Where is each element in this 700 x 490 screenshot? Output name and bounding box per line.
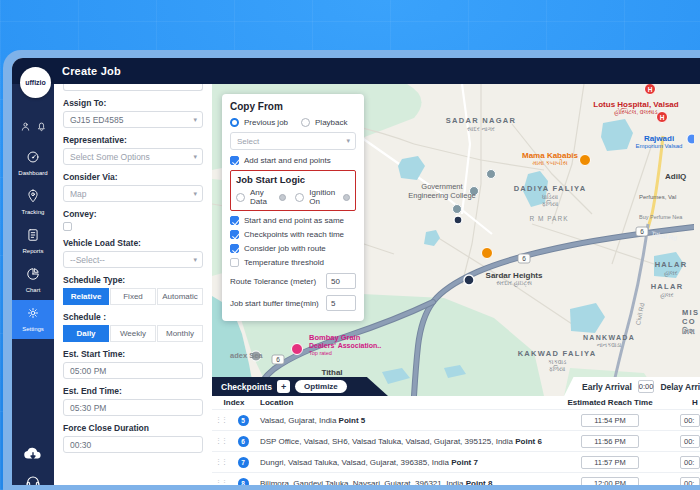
sidebar-item-chart[interactable]: Chart bbox=[12, 261, 54, 300]
table-row[interactable]: ⋮⋮ 6 DSP Office, Valsad, SH6, Valsad Tal… bbox=[212, 430, 700, 451]
chevron-down-icon: ▾ bbox=[193, 116, 197, 124]
vehicle-load-state-select[interactable]: --Select--▾ bbox=[63, 251, 203, 268]
est-end-time-label: Est. End Time: bbox=[63, 386, 203, 396]
drag-handle-icon[interactable]: ⋮⋮ bbox=[212, 416, 230, 424]
chevron-down-icon: ▾ bbox=[346, 137, 350, 145]
reach-time-input[interactable]: 11:54 PM bbox=[581, 414, 639, 427]
est-start-time-input[interactable]: 05:00 PM bbox=[63, 362, 203, 379]
route-tolerance-input[interactable]: 50 bbox=[326, 273, 356, 289]
gear-icon bbox=[26, 306, 40, 324]
checkpoints-title: Checkpoints bbox=[221, 382, 272, 392]
titlebar: Create Job bbox=[12, 58, 700, 84]
svg-text:6: 6 bbox=[276, 356, 280, 363]
sidebar: Dashboard Tracking Reports Chart bbox=[12, 84, 54, 485]
schedule-type-automatic[interactable]: Automatic bbox=[157, 288, 203, 305]
halt-header: H bbox=[656, 398, 700, 407]
checkpoints-reach-time-checkbox[interactable] bbox=[230, 230, 239, 239]
headset-icon[interactable] bbox=[25, 473, 41, 485]
buffer-time-label: Job start buffer time(min) bbox=[230, 299, 319, 308]
chevron-down-icon: ▾ bbox=[193, 153, 197, 161]
consider-via-select[interactable]: Map▾ bbox=[63, 185, 203, 202]
assign-to-select[interactable]: GJ15 ED4585▾ bbox=[63, 111, 203, 128]
table-row[interactable]: ⋮⋮ 8 Bilimora, Gandevi Taluka, Navsari, … bbox=[212, 472, 700, 485]
buffer-time-input[interactable]: 5 bbox=[326, 295, 356, 311]
halt-input[interactable]: 00: bbox=[680, 477, 700, 486]
arrival-bar: Early Arrival 0:00 Delay Arri bbox=[564, 377, 700, 396]
start-end-same-checkbox[interactable] bbox=[230, 216, 239, 225]
assign-to-label: Assign To: bbox=[63, 98, 203, 108]
copy-from-select[interactable]: Select▾ bbox=[230, 132, 356, 150]
playback-radio[interactable] bbox=[301, 118, 310, 127]
schedule-type-label: Schedule Type: bbox=[63, 275, 203, 285]
copy-from-panel: Copy From Previous job Playback Select▾ … bbox=[222, 94, 364, 321]
halt-input[interactable]: 00: bbox=[680, 456, 700, 469]
cloud-download-icon[interactable] bbox=[23, 446, 43, 465]
schedule-label: Schedule : bbox=[63, 312, 203, 322]
schedule-monthly[interactable]: Monthly bbox=[157, 325, 203, 342]
any-data-radio[interactable] bbox=[236, 193, 245, 202]
optimize-button[interactable]: Optimize bbox=[295, 380, 347, 393]
location-cell: Bilimora, Gandevi Taluka, Navsari, Gujar… bbox=[256, 479, 564, 486]
schedule-type-fixed[interactable]: Fixed bbox=[110, 288, 156, 305]
consider-job-route-checkbox[interactable] bbox=[230, 244, 239, 253]
schedule-daily[interactable]: Daily bbox=[63, 325, 109, 342]
svg-text:H: H bbox=[660, 114, 665, 121]
table-header: Index Location Estimated Reach Time H bbox=[212, 396, 700, 409]
user-icon[interactable] bbox=[20, 118, 31, 136]
uffizio-logo[interactable]: uffizio bbox=[20, 67, 51, 98]
window-frame: uffizio Create Job Dashboard bbox=[3, 50, 700, 490]
representative-select[interactable]: Select Some Options▾ bbox=[63, 148, 203, 165]
any-data-indicator-icon bbox=[279, 194, 286, 201]
table-row[interactable]: ⋮⋮ 5 Valsad, Gujarat, India Point 5 11:5… bbox=[212, 409, 700, 430]
index-badge: 5 bbox=[238, 415, 249, 426]
tracking-icon bbox=[26, 189, 40, 207]
vehicle-load-state-label: Vehicle Load State: bbox=[63, 238, 203, 248]
convey-checkbox[interactable] bbox=[63, 222, 72, 231]
sidebar-item-settings[interactable]: Settings bbox=[12, 300, 54, 339]
store-marker-icon bbox=[292, 344, 303, 355]
job-start-logic-title: Job Start Logic bbox=[236, 174, 350, 185]
sidebar-item-reports[interactable]: Reports bbox=[12, 222, 54, 261]
schedule-segmented: Daily Weekly Monthly bbox=[63, 325, 203, 342]
drag-handle-icon[interactable]: ⋮⋮ bbox=[212, 479, 230, 485]
add-start-end-checkbox[interactable] bbox=[230, 156, 239, 165]
index-badge: 6 bbox=[238, 436, 249, 447]
shopping-marker-icon bbox=[687, 134, 694, 144]
index-badge: 7 bbox=[238, 457, 249, 468]
sidebar-item-dashboard[interactable]: Dashboard bbox=[12, 144, 54, 183]
index-header: Index bbox=[212, 398, 256, 407]
sidebar-item-tracking[interactable]: Tracking bbox=[12, 183, 54, 222]
table-row[interactable]: ⋮⋮ 7 Dungri, Valsad Taluka, Valsad, Guja… bbox=[212, 451, 700, 472]
delay-arrival-label: Delay Arri bbox=[660, 382, 700, 392]
reach-time-input[interactable]: 11:56 PM bbox=[581, 435, 639, 448]
add-checkpoint-button[interactable]: + bbox=[277, 380, 290, 393]
ignition-on-radio[interactable] bbox=[295, 193, 304, 202]
halt-input[interactable]: 00: bbox=[680, 435, 700, 448]
bell-icon[interactable] bbox=[36, 118, 47, 136]
representative-label: Representative: bbox=[63, 135, 203, 145]
schedule-type-relative[interactable]: Relative bbox=[63, 288, 109, 305]
force-close-duration-input[interactable]: 00:30 bbox=[63, 436, 203, 453]
halt-input[interactable]: 00: bbox=[680, 414, 700, 427]
temperature-threshold-checkbox[interactable] bbox=[230, 258, 239, 267]
est-start-time-label: Est. Start Time: bbox=[63, 349, 203, 359]
index-badge: 8 bbox=[238, 478, 249, 486]
svg-text:6: 6 bbox=[522, 255, 526, 262]
drag-handle-icon[interactable]: ⋮⋮ bbox=[212, 437, 230, 445]
reach-time-header: Estimated Reach Time bbox=[564, 398, 656, 407]
logo-text: uffizio bbox=[25, 79, 46, 86]
force-close-duration-label: Force Close Duration bbox=[63, 423, 203, 433]
location-header: Location bbox=[256, 398, 564, 407]
reach-time-input[interactable]: 12:00 PM bbox=[581, 477, 639, 486]
drag-handle-icon[interactable]: ⋮⋮ bbox=[212, 458, 230, 466]
svg-text:H: H bbox=[648, 86, 653, 93]
checkpoints-bar: Checkpoints + Optimize bbox=[212, 377, 388, 396]
previous-job-radio[interactable] bbox=[230, 118, 239, 127]
reach-time-input[interactable]: 11:57 PM bbox=[581, 456, 639, 469]
checkpoints-table: Index Location Estimated Reach Time H ⋮⋮… bbox=[212, 396, 700, 485]
schedule-weekly[interactable]: Weekly bbox=[110, 325, 156, 342]
map-canvas[interactable]: 6 6 6 bbox=[212, 84, 700, 485]
job-name-input[interactable] bbox=[63, 84, 203, 91]
est-end-time-input[interactable]: 05:30 PM bbox=[63, 399, 203, 416]
early-arrival-input[interactable]: 0:00 bbox=[638, 380, 655, 393]
